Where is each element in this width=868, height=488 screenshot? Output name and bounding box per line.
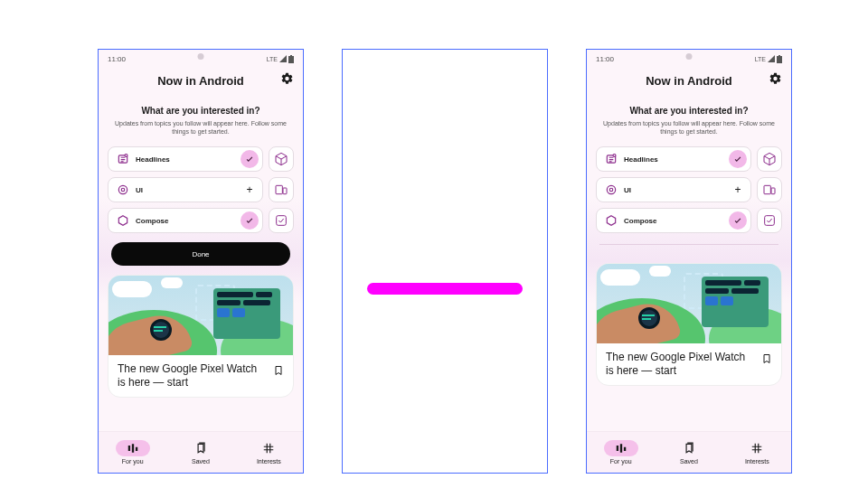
section-divider <box>599 244 778 245</box>
headlines-icon <box>114 150 132 168</box>
title-bar: Now in Android <box>587 64 791 97</box>
svg-point-5 <box>121 188 125 192</box>
topic-list: Headlines UI + Compose <box>587 141 791 233</box>
bottom-nav: For you Saved Interests <box>587 431 791 473</box>
nav-foryou[interactable]: For you <box>587 432 655 473</box>
nav-icon-wrap <box>740 440 774 456</box>
topic-toggle-selected[interactable] <box>241 211 259 230</box>
check-icon <box>245 155 254 164</box>
topic-label: UI <box>620 186 729 194</box>
nav-label: Interests <box>745 458 769 465</box>
nav-interests[interactable]: Interests <box>235 432 303 473</box>
ui-icon <box>114 181 132 199</box>
svg-rect-6 <box>276 186 282 194</box>
author-badge[interactable] <box>757 146 782 172</box>
loading-bar <box>367 283 523 295</box>
topic-row: Compose <box>108 208 294 233</box>
author-badge[interactable] <box>269 208 294 233</box>
author-badge[interactable] <box>757 208 782 233</box>
card-text-row: The new Google Pixel Watch is here — sta… <box>108 355 293 397</box>
svg-point-4 <box>118 186 127 194</box>
done-button[interactable]: Done <box>111 242 290 266</box>
bookmark-button[interactable] <box>273 364 284 380</box>
topic-label: Compose <box>620 217 729 225</box>
svg-rect-8 <box>277 216 287 226</box>
check-icon <box>733 216 742 225</box>
status-icons: LTE <box>755 55 782 63</box>
grid-icon <box>262 442 275 455</box>
signal-icon <box>768 55 775 62</box>
news-card[interactable]: The new Google Pixel Watch is here — sta… <box>596 263 782 386</box>
topic-chip-headlines[interactable]: Headlines <box>108 146 263 172</box>
foryou-icon <box>127 442 139 455</box>
bookmark-button[interactable] <box>761 352 772 369</box>
topic-toggle-selected[interactable] <box>729 150 747 168</box>
nav-saved[interactable]: Saved <box>655 432 722 473</box>
topic-toggle-selected[interactable] <box>241 150 259 168</box>
compose-icon <box>602 211 620 230</box>
check-square-icon <box>762 213 777 228</box>
topic-chip-compose[interactable]: Compose <box>596 208 751 233</box>
app-title: Now in Android <box>646 74 732 88</box>
card-image <box>597 264 781 343</box>
cube-icon <box>762 152 777 166</box>
signal-icon <box>279 55 287 62</box>
news-card[interactable]: The new Google Pixel Watch is here — sta… <box>108 275 294 398</box>
svg-point-13 <box>607 186 615 194</box>
topic-toggle-add[interactable]: + <box>729 181 747 199</box>
network-label: LTE <box>267 56 278 62</box>
nav-foryou[interactable]: For you <box>99 432 166 473</box>
nav-label: Interests <box>257 458 281 465</box>
onboarding-header: What are you interested in? Updates from… <box>99 97 303 141</box>
svg-rect-0 <box>288 56 294 63</box>
topic-toggle-add[interactable]: + <box>241 181 259 199</box>
status-time: 11:00 <box>596 55 614 63</box>
bookmark-icon <box>273 364 284 377</box>
topic-chip-ui[interactable]: UI + <box>108 177 263 202</box>
settings-button[interactable] <box>769 72 782 89</box>
svg-rect-1 <box>290 55 292 56</box>
author-badge[interactable] <box>269 177 294 202</box>
nav-label: Saved <box>192 458 210 465</box>
onboarding-subtitle: Updates from topics you follow will appe… <box>115 119 287 136</box>
topic-toggle-selected[interactable] <box>729 211 747 230</box>
author-badge[interactable] <box>269 146 294 172</box>
nav-interests[interactable]: Interests <box>723 432 791 473</box>
settings-button[interactable] <box>280 72 294 89</box>
svg-rect-7 <box>283 188 287 194</box>
onboarding-subtitle: Updates from topics you follow will appe… <box>603 119 775 136</box>
battery-icon <box>777 55 782 63</box>
svg-rect-9 <box>777 56 782 63</box>
nav-saved[interactable]: Saved <box>166 432 234 473</box>
author-badge[interactable] <box>757 177 782 202</box>
nav-icon-wrap <box>116 440 150 456</box>
svg-rect-10 <box>778 55 780 56</box>
svg-point-12 <box>613 155 616 157</box>
bookmarks-icon <box>194 442 207 455</box>
topic-chip-headlines[interactable]: Headlines <box>596 146 751 172</box>
done-label: Done <box>192 250 209 258</box>
phone-screenshot-middle <box>342 49 548 474</box>
topic-label: UI <box>132 186 241 194</box>
battery-icon <box>288 55 294 63</box>
card-image <box>108 276 293 355</box>
phone-screenshot-left: 11:00 LTE Now in Android What are you in… <box>98 49 304 474</box>
nav-icon-wrap <box>672 440 706 456</box>
topic-row: Headlines <box>596 146 782 172</box>
status-bar: 11:00 LTE <box>99 50 303 64</box>
phone-screenshot-right: 11:00 LTE Now in Android What are you in… <box>586 49 792 474</box>
status-time: 11:00 <box>108 55 126 63</box>
svg-rect-16 <box>771 188 775 194</box>
topic-chip-compose[interactable]: Compose <box>108 208 263 233</box>
topic-row: Headlines <box>108 146 294 172</box>
svg-point-14 <box>609 188 613 192</box>
devices-icon <box>762 183 777 197</box>
topic-chip-ui[interactable]: UI + <box>596 177 751 202</box>
cube-icon <box>274 152 288 166</box>
check-icon <box>245 216 254 225</box>
foryou-icon <box>615 442 627 455</box>
card-title: The new Google Pixel Watch is here — sta… <box>606 351 761 378</box>
onboarding-question: What are you interested in? <box>115 106 287 116</box>
status-bar: 11:00 LTE <box>587 50 791 64</box>
topic-row: Compose <box>596 208 782 233</box>
